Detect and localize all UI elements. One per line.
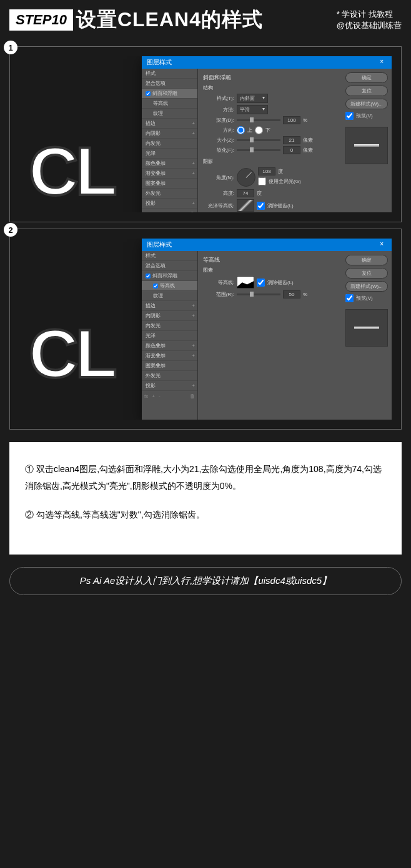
style-item-inner-shadow[interactable]: 内阴影+: [142, 311, 197, 321]
style-dropdown[interactable]: 内斜面▾: [237, 94, 268, 103]
panel-number-1: 1: [4, 41, 17, 54]
style-item-outer-glow[interactable]: 外发光: [142, 371, 197, 381]
style-item-styles[interactable]: 样式: [142, 251, 197, 261]
plus-icon: +: [192, 353, 195, 358]
layer-style-dialog-2: 图层样式 × 样式 混合选项 斜面和浮雕 等高线 纹理 描边+ 内阴影+ 内发光…: [142, 239, 392, 420]
depth-input[interactable]: 100: [283, 116, 300, 124]
plus-icon: +: [192, 303, 195, 308]
style-item-color-overlay[interactable]: 颜色叠加+: [142, 159, 197, 169]
plus-icon: +: [192, 343, 195, 348]
angle-input[interactable]: 108: [258, 167, 275, 175]
cancel-button[interactable]: 复位: [345, 86, 388, 96]
angle-dial[interactable]: [237, 168, 255, 187]
range-slider[interactable]: [237, 293, 280, 295]
close-icon[interactable]: ×: [377, 58, 387, 67]
global-light-checkbox[interactable]: [258, 177, 266, 185]
trash-icon[interactable]: 🗑: [190, 211, 195, 212]
style-item-contour[interactable]: 等高线: [142, 281, 197, 291]
altitude-input[interactable]: 74: [237, 189, 254, 197]
style-item-pattern-overlay[interactable]: 图案叠加: [142, 361, 197, 371]
style-item-drop-shadow[interactable]: 投影+: [142, 199, 197, 209]
desc-line-2: ② 勾选等高线,等高线选"对数",勾选消除锯齿。: [25, 506, 386, 523]
style-item-stroke[interactable]: 描边+: [142, 301, 197, 311]
cancel-button[interactable]: 复位: [345, 268, 388, 279]
plus-icon: +: [192, 313, 195, 318]
add-icon[interactable]: +: [152, 211, 155, 212]
plus-icon: +: [192, 131, 195, 136]
gloss-label: 光泽等高线:: [203, 202, 234, 209]
preview-checkbox[interactable]: [345, 112, 354, 120]
style-item-styles[interactable]: 样式: [142, 69, 197, 79]
size-slider[interactable]: [237, 139, 280, 141]
style-item-inner-glow[interactable]: 内发光: [142, 321, 197, 331]
fx-icon[interactable]: fx: [144, 393, 148, 399]
style-item-texture[interactable]: 纹理: [142, 109, 197, 119]
new-style-button[interactable]: 新建样式(W)...: [345, 281, 388, 292]
dir-down-radio[interactable]: [255, 126, 263, 134]
antialias-checkbox[interactable]: [257, 279, 265, 287]
close-icon[interactable]: ×: [377, 240, 387, 249]
style-item-color-overlay[interactable]: 颜色叠加+: [142, 341, 197, 351]
range-input[interactable]: 50: [283, 290, 300, 298]
depth-label: 深度(D):: [203, 117, 234, 124]
dialog-titlebar[interactable]: 图层样式 ×: [142, 56, 392, 69]
bevel-checkbox[interactable]: [146, 91, 151, 96]
step-title: 设置CLEAN4的样式: [76, 6, 263, 34]
clean-text-preview: CL: [29, 313, 114, 393]
panel-2: 2 CL 图层样式 × 样式 混合选项 斜面和浮雕 等高线 纹理 描边+ 内阴影…: [9, 229, 402, 430]
preview-area-1: CL 图层样式 × 样式 混合选项 斜面和浮雕 等高线 纹理 描边+ 内阴影+ …: [19, 56, 392, 212]
dialog-title-text: 图层样式: [147, 58, 172, 67]
technique-dropdown[interactable]: 平滑▾: [237, 105, 268, 114]
style-item-drop-shadow[interactable]: 投影+: [142, 381, 197, 391]
preview-checkbox[interactable]: [345, 294, 354, 302]
style-item-satin[interactable]: 光泽: [142, 331, 197, 341]
size-input[interactable]: 21: [283, 136, 300, 144]
style-list: 样式 混合选项 斜面和浮雕 等高线 纹理 描边+ 内阴影+ 内发光 光泽 颜色叠…: [142, 251, 198, 420]
style-item-bevel[interactable]: 斜面和浮雕: [142, 89, 197, 99]
ok-button[interactable]: 确定: [345, 72, 388, 83]
style-item-bevel[interactable]: 斜面和浮雕: [142, 271, 197, 281]
gloss-contour-picker[interactable]: [237, 199, 254, 212]
ok-button[interactable]: 确定: [345, 255, 388, 265]
plus-icon: +: [192, 160, 195, 166]
remove-icon[interactable]: -: [159, 211, 161, 212]
description-box: ① 双击clean4图层,勾选斜面和浮雕,大小为21,去除勾选使用全局光,角度为…: [9, 442, 402, 555]
style-item-stroke[interactable]: 描边+: [142, 119, 197, 129]
bevel-checkbox[interactable]: [146, 274, 151, 279]
chevron-down-icon: ▾: [262, 106, 265, 113]
plus-icon: +: [192, 170, 195, 176]
layer-style-dialog-1: 图层样式 × 样式 混合选项 斜面和浮雕 等高线 纹理 描边+ 内阴影+ 内发光…: [142, 56, 392, 212]
style-item-blend[interactable]: 混合选项: [142, 261, 197, 271]
clean-text-preview: CL: [29, 131, 114, 210]
dir-up-radio[interactable]: [237, 126, 245, 134]
style-item-blend[interactable]: 混合选项: [142, 79, 197, 89]
plus-icon: +: [192, 121, 195, 126]
style-item-contour[interactable]: 等高线: [142, 99, 197, 109]
footer-banner: Ps Ai Ae设计从入门到入行,想学设计请加【uisdc4或uisdc5】: [9, 567, 402, 595]
soften-slider[interactable]: [237, 149, 280, 151]
tagline-2: @优设基础训练营: [337, 20, 402, 31]
style-item-inner-shadow[interactable]: 内阴影+: [142, 129, 197, 139]
style-list: 样式 混合选项 斜面和浮雕 等高线 纹理 描边+ 内阴影+ 内发光 光泽 颜色叠…: [142, 69, 198, 212]
contour-picker[interactable]: [237, 276, 254, 289]
style-item-pattern-overlay[interactable]: 图案叠加: [142, 179, 197, 189]
depth-slider[interactable]: [237, 119, 280, 121]
new-style-button[interactable]: 新建样式(W)...: [345, 99, 388, 109]
antialias-checkbox[interactable]: [257, 202, 265, 210]
style-item-gradient-overlay[interactable]: 渐变叠加+: [142, 351, 197, 361]
remove-icon[interactable]: -: [159, 393, 161, 399]
style-item-gradient-overlay[interactable]: 渐变叠加+: [142, 169, 197, 179]
style-item-texture[interactable]: 纹理: [142, 291, 197, 301]
contour-checkbox[interactable]: [153, 284, 158, 289]
dialog-titlebar[interactable]: 图层样式 ×: [142, 239, 392, 251]
dialog-right-panel: 确定 复位 新建样式(W)... 预览(V): [342, 251, 392, 420]
add-icon[interactable]: +: [152, 393, 155, 399]
trash-icon[interactable]: 🗑: [190, 393, 195, 399]
style-item-outer-glow[interactable]: 外发光: [142, 189, 197, 199]
style-item-satin[interactable]: 光泽: [142, 149, 197, 159]
soften-input[interactable]: 0: [283, 146, 300, 154]
fx-icon[interactable]: fx: [144, 211, 148, 212]
bevel-title: 斜面和浮雕: [203, 74, 337, 82]
shading-label: 阴影: [203, 158, 337, 165]
style-item-inner-glow[interactable]: 内发光: [142, 139, 197, 149]
